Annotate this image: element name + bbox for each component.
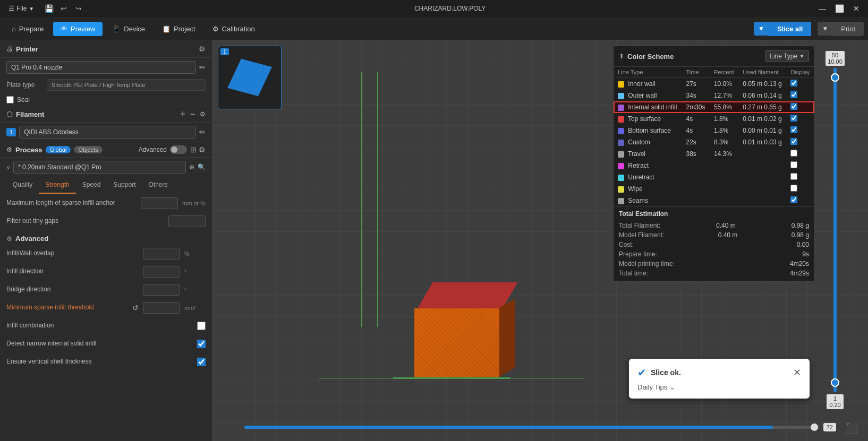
file-label[interactable]: File: [16, 5, 27, 12]
filament-add-button[interactable]: +: [180, 109, 186, 119]
display-checkbox-1[interactable]: [790, 91, 797, 98]
color-swatch-7: [618, 163, 624, 169]
printer-name-field[interactable]: Q1 Pro 0.4 nozzle: [6, 61, 196, 74]
row-display-7[interactable]: [786, 160, 814, 171]
display-checkbox-4[interactable]: [790, 126, 797, 133]
tab-quality[interactable]: Quality: [6, 177, 39, 194]
row-display-6[interactable]: [786, 148, 814, 160]
vertical-slider[interactable]: 50 10.00 1 0.20: [830, 51, 840, 409]
bottom-layer-slider[interactable]: 72: [244, 423, 836, 431]
process-more-icon[interactable]: ⚙: [199, 145, 206, 154]
row-display-3[interactable]: [786, 113, 814, 125]
home-icon: ⌂: [12, 25, 16, 33]
display-checkbox-10[interactable]: [790, 196, 797, 203]
display-checkbox-2[interactable]: [790, 103, 797, 110]
badge-global[interactable]: Global: [46, 146, 71, 153]
filter-gaps-input[interactable]: 0: [168, 215, 206, 227]
bridge-direction-input[interactable]: 0: [143, 284, 180, 296]
printer-edit-icon[interactable]: ✏: [199, 63, 206, 72]
plate-value[interactable]: Smooth PEI Plate / High Temp Plate: [47, 79, 206, 91]
bottom-slider-track[interactable]: [244, 426, 819, 429]
printer-settings-icon[interactable]: ⚙: [199, 45, 206, 53]
row-display-10[interactable]: [786, 195, 814, 206]
row-display-0[interactable]: [786, 78, 814, 90]
cost-label: Cost:: [619, 241, 634, 248]
minimize-button[interactable]: —: [815, 1, 830, 16]
advanced-toggle[interactable]: [170, 145, 187, 154]
tab-support[interactable]: Support: [107, 177, 142, 194]
infill-wall-input[interactable]: 15: [143, 248, 180, 260]
reset-icon[interactable]: ↺: [132, 304, 139, 312]
detect-narrow-checkbox[interactable]: [197, 340, 206, 348]
max-length-input[interactable]: 20: [141, 197, 178, 209]
row-display-8[interactable]: [786, 171, 814, 183]
color-scheme-row[interactable]: Internal solid infill 2m30s 55.8% 0.27 m…: [614, 101, 814, 113]
row-display-1[interactable]: [786, 90, 814, 101]
nav-preview[interactable]: 👁 Preview: [53, 22, 103, 36]
ensure-vertical-checkbox[interactable]: [197, 358, 206, 366]
filament-settings-icon[interactable]: ⚙: [200, 110, 206, 118]
tab-others[interactable]: Others: [142, 177, 174, 194]
slice-all-button[interactable]: Slice all: [769, 22, 811, 36]
seal-checkbox[interactable]: [6, 96, 14, 103]
display-checkbox-8[interactable]: [790, 173, 797, 180]
slice-dropdown-button[interactable]: ▼: [754, 22, 769, 36]
min-sparse-input[interactable]: 100: [143, 302, 180, 314]
print-dropdown-button[interactable]: ▼: [818, 22, 832, 36]
filament-name-field[interactable]: QIDI ABS Odorless: [19, 126, 196, 139]
row-display-2[interactable]: [786, 101, 814, 113]
display-checkbox-7[interactable]: [790, 161, 797, 168]
nav-device[interactable]: 📱 Device: [105, 22, 152, 36]
process-search-icon[interactable]: 🔍: [198, 163, 206, 171]
nav-calibration[interactable]: ⚙ Calibration: [205, 22, 262, 36]
bottom-slider-thumb[interactable]: [811, 423, 818, 431]
slice-ok-close-button[interactable]: ✕: [793, 367, 801, 378]
filament-remove-button[interactable]: −: [190, 109, 195, 119]
maximize-button[interactable]: ⬜: [832, 1, 847, 16]
row-display-5[interactable]: [786, 136, 814, 148]
daily-tips[interactable]: Daily Tips ⌄: [637, 383, 801, 391]
tab-speed[interactable]: Speed: [76, 177, 107, 194]
slider-thumb-top[interactable]: [831, 73, 839, 82]
display-checkbox-3[interactable]: [790, 115, 797, 122]
infill-direction-input[interactable]: 45: [143, 266, 180, 278]
color-scheme-row[interactable]: Seams: [614, 195, 814, 206]
process-copy-icon[interactable]: ⊕: [189, 163, 194, 171]
display-checkbox-0[interactable]: [790, 80, 797, 87]
display-checkbox-6[interactable]: [790, 150, 797, 157]
process-name-field[interactable]: * 0.20mm Standard @Q1 Pro: [13, 161, 186, 174]
vertical-slider-track[interactable]: [833, 68, 837, 392]
nav-prepare[interactable]: ⌂ Prepare: [4, 22, 51, 36]
color-scheme-row[interactable]: Retract: [614, 160, 814, 171]
redo-icon[interactable]: ↪: [72, 2, 85, 15]
color-scheme-row[interactable]: Wipe: [614, 183, 814, 195]
layers-icon[interactable]: ⬛: [845, 422, 858, 435]
save-icon[interactable]: 💾: [42, 2, 55, 15]
infill-combination-checkbox[interactable]: [197, 322, 206, 330]
display-checkbox-9[interactable]: [790, 185, 797, 192]
collapse-icon[interactable]: ⬆: [619, 53, 624, 60]
filament-edit-icon[interactable]: ✏: [199, 128, 206, 136]
print-button[interactable]: Print: [832, 22, 864, 36]
slider-thumb-bottom[interactable]: [831, 378, 839, 387]
row-display-9[interactable]: [786, 183, 814, 195]
nav-project[interactable]: 📋 Project: [155, 22, 202, 36]
line-type-dropdown[interactable]: Line Type ▼: [765, 50, 809, 62]
file-menu[interactable]: ☰ File ▼: [4, 3, 38, 14]
model-thumbnail[interactable]: 1: [218, 46, 282, 109]
color-scheme-row[interactable]: Inner wall 27s 10.0% 0.05 m 0.13 g: [614, 78, 814, 90]
tab-strength[interactable]: Strength: [39, 177, 75, 194]
badge-objects[interactable]: Objects: [74, 146, 102, 153]
undo-icon[interactable]: ↩: [57, 2, 70, 15]
row-used-2: 0.27 m 0.65 g: [738, 101, 786, 113]
process-list-icon[interactable]: ⊞: [190, 145, 197, 154]
row-display-4[interactable]: [786, 125, 814, 136]
close-button[interactable]: ✕: [849, 1, 864, 16]
color-scheme-row[interactable]: Top surface 4s 1.8% 0.01 m 0.02 g: [614, 113, 814, 125]
color-scheme-row[interactable]: Custom 22s 8.3% 0.01 m 0.03 g: [614, 136, 814, 148]
color-scheme-row[interactable]: Outer wall 34s 12.7% 0.06 m 0.14 g: [614, 90, 814, 101]
color-scheme-row[interactable]: Unretract: [614, 171, 814, 183]
color-scheme-row[interactable]: Travel 38s 14.3%: [614, 148, 814, 160]
color-scheme-row[interactable]: Bottom surface 4s 1.8% 0.00 m 0.01 g: [614, 125, 814, 136]
display-checkbox-5[interactable]: [790, 138, 797, 145]
